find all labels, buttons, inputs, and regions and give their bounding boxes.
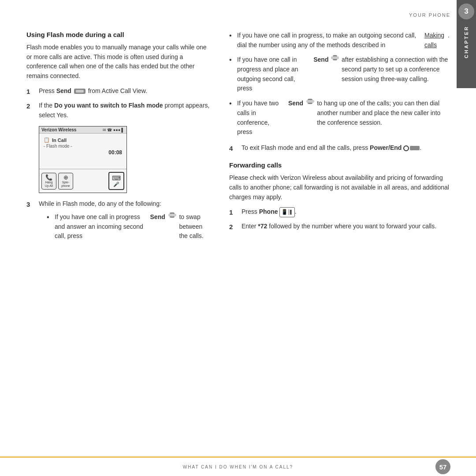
forwarding-steps: 1 Press Phone 📱▌. 2 Enter *72 followed b… bbox=[229, 207, 450, 232]
bottom-bar: WHAT CAN I DO WHEN I'M ON A CALL? 57 bbox=[0, 457, 476, 476]
flash-step-1: 1 Press Send from Active Call View. bbox=[26, 86, 212, 97]
right-column: If you have one call in progress, to mak… bbox=[229, 31, 450, 450]
phone-screen-mockup: Verizon Wireless ✉ ☎ ●●● ▌ 📋 In Call - F… bbox=[39, 126, 127, 193]
send-icon-2 bbox=[170, 212, 175, 218]
keypad-icon: ⌨ bbox=[112, 175, 121, 182]
chapter-tab: 3 CHAPTER bbox=[457, 0, 476, 88]
phone-buttons-row: 📞 HangUp All ⊕ Spkr-phone ⌨ 🎤 bbox=[39, 169, 126, 193]
fwd-step-1-text: Press Phone 📱▌. bbox=[242, 207, 297, 217]
step-3-bullets: If you have one call in progress and ans… bbox=[47, 212, 212, 241]
forwarding-intro: Please check with Verizon Wireless about… bbox=[229, 173, 450, 202]
step-4-list: 4 To exit Flash mode and end all the cal… bbox=[229, 143, 450, 153]
right-bullet-2: If you have one call in progress and pla… bbox=[229, 55, 450, 93]
spkr-icon: ⊕ bbox=[60, 174, 71, 181]
step-3-text: While in Flash mode, do any of the follo… bbox=[39, 200, 161, 207]
fwd-step-num-1: 1 bbox=[229, 207, 237, 217]
phone-flash-mode: - Flash mode - bbox=[44, 144, 122, 149]
left-column: Using Flash mode during a call Flash mod… bbox=[26, 31, 212, 450]
chapter-label: CHAPTER bbox=[464, 26, 469, 58]
step-num-1: 1 bbox=[26, 86, 34, 97]
phone-icon-inline: 📱▌ bbox=[279, 207, 294, 217]
send-icon-1 bbox=[74, 89, 86, 94]
step-4-text: To exit Flash mode and end all the calls… bbox=[242, 143, 421, 153]
phone-carrier: Verizon Wireless bbox=[41, 127, 76, 132]
fwd-step-2-text: Enter *72 followed by the number where y… bbox=[242, 222, 436, 232]
flash-steps-list: 1 Press Send from Active Call View. 2 If… bbox=[26, 86, 212, 120]
phone-in-call-label: 📋 In Call bbox=[44, 137, 122, 143]
section-title-flash: Using Flash mode during a call bbox=[26, 31, 212, 38]
chapter-number: 3 bbox=[458, 4, 474, 19]
phone-timer: 00:08 bbox=[44, 149, 122, 156]
right-bullets: If you have one call in progress, to mak… bbox=[229, 31, 450, 137]
power-dash-icon bbox=[410, 146, 420, 150]
step-3-content: While in Flash mode, do any of the follo… bbox=[39, 199, 212, 247]
send-icon-4 bbox=[308, 99, 312, 104]
phone-spkr-btn: ⊕ Spkr-phone bbox=[58, 173, 73, 190]
step-4: 4 To exit Flash mode and end all the cal… bbox=[229, 143, 450, 153]
right-bullet-1: If you have one call in progress, to mak… bbox=[229, 31, 450, 50]
fwd-step-num-2: 2 bbox=[229, 222, 237, 232]
flash-step-3: 3 While in Flash mode, do any of the fol… bbox=[26, 199, 212, 247]
power-circle-icon bbox=[403, 145, 409, 151]
phone-status-bar: Verizon Wireless ✉ ☎ ●●● ▌ bbox=[39, 126, 126, 134]
top-section-label: YOUR PHONE bbox=[409, 12, 450, 18]
footer-text: WHAT CAN I DO WHEN I'M ON A CALL? bbox=[0, 465, 476, 469]
forwarding-title: Forwarding calls bbox=[229, 161, 450, 169]
step-num-4: 4 bbox=[229, 143, 237, 153]
phone-keypad-btn: ⌨ 🎤 bbox=[108, 172, 124, 190]
status-icons: ✉ ☎ ●●● ▌ bbox=[103, 127, 124, 132]
step-num-3: 3 bbox=[26, 199, 34, 247]
step-3-bullet-1: If you have one call in progress and ans… bbox=[47, 212, 212, 241]
send-icon-3 bbox=[333, 55, 337, 60]
flash-step-2: 2 If the Do you want to switch to Flash … bbox=[26, 101, 212, 120]
step-2-text: If the Do you want to switch to Flash mo… bbox=[39, 101, 212, 120]
step-1-text: Press Send from Active Call View. bbox=[39, 86, 147, 97]
step-num-2: 2 bbox=[26, 101, 34, 120]
spkr-label: Spkr-phone bbox=[60, 181, 71, 188]
power-end-icon bbox=[403, 145, 420, 151]
fwd-step-2: 2 Enter *72 followed by the number where… bbox=[229, 222, 450, 232]
flash-step-3-list: 3 While in Flash mode, do any of the fol… bbox=[26, 199, 212, 247]
phone-body: 📋 In Call - Flash mode - 00:08 bbox=[39, 134, 126, 169]
main-content: Using Flash mode during a call Flash mod… bbox=[26, 31, 450, 450]
page-number: 57 bbox=[435, 459, 450, 474]
mic-icon: 🎤 bbox=[113, 182, 119, 187]
right-bullet-3: If you have two calls in conference, pre… bbox=[229, 99, 450, 137]
making-calls-link[interactable]: Making calls bbox=[424, 31, 444, 50]
phone-hang-up-btn: 📞 HangUp All bbox=[41, 173, 56, 190]
hang-up-label: HangUp All bbox=[44, 181, 54, 188]
flash-intro-text: Flash mode enables you to manually manag… bbox=[26, 43, 212, 81]
hang-up-icon: 📞 bbox=[44, 174, 54, 181]
fwd-step-1: 1 Press Phone 📱▌. bbox=[229, 207, 450, 217]
